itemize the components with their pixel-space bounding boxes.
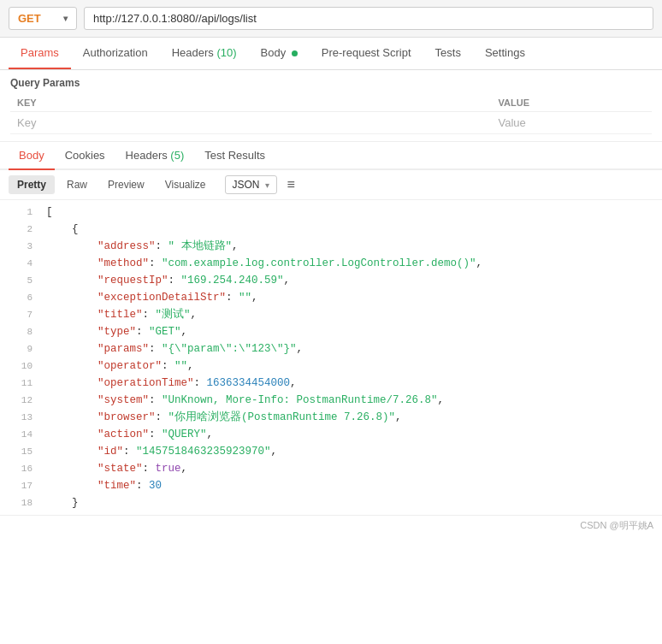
tab-headers[interactable]: Headers (10) <box>160 38 249 69</box>
code-line: 18 } <box>0 494 662 511</box>
body-dot <box>292 50 298 56</box>
url-bar: GET ▾ <box>0 0 662 38</box>
line-number: 1 <box>7 205 33 221</box>
line-content: "params": "{\"param\":\"123\"}", <box>46 340 303 357</box>
key-cell[interactable]: Key <box>10 112 492 134</box>
type-label: JSON <box>233 179 260 191</box>
line-number: 12 <box>7 393 33 409</box>
resp-tab-headers[interactable]: Headers (5) <box>115 142 195 170</box>
line-content: "method": "com.example.log.controller.Lo… <box>46 255 482 272</box>
code-line: 9 "params": "{\"param\":\"123\"}", <box>0 340 662 357</box>
code-line: 7 "title": "测试", <box>0 306 662 323</box>
tab-prerequest[interactable]: Pre-request Script <box>310 38 423 69</box>
code-line: 14 "action": "QUERY", <box>0 426 662 443</box>
line-number: 5 <box>7 274 33 289</box>
format-preview-btn[interactable]: Preview <box>99 175 153 194</box>
format-visualize-btn[interactable]: Visualize <box>157 175 215 194</box>
response-tabs: Body Cookies Headers (5) Test Results <box>0 142 662 170</box>
resp-tab-body[interactable]: Body <box>9 142 55 170</box>
tab-authorization[interactable]: Authorization <box>71 38 160 69</box>
code-line: 5 "requestIp": "169.254.240.59", <box>0 272 662 289</box>
method-label: GET <box>18 12 41 25</box>
key-column-header: KEY <box>10 94 492 112</box>
line-number: 16 <box>7 462 33 477</box>
code-line: 2 { <box>0 221 662 238</box>
line-content: "id": "1457518463235923970", <box>46 443 277 460</box>
tab-params[interactable]: Params <box>9 38 71 69</box>
line-content: "title": "测试", <box>46 306 197 323</box>
code-line: 10 "operator": "", <box>0 357 662 375</box>
resp-headers-badge: (5) <box>170 149 184 162</box>
table-row: Key Value <box>10 112 652 134</box>
line-number: 18 <box>7 496 33 511</box>
code-line: 12 "system": "UnKnown, More-Info: Postma… <box>0 392 662 409</box>
line-content: "system": "UnKnown, More-Info: PostmanRu… <box>46 392 444 409</box>
code-line: 3 "address": " 本地链路", <box>0 238 662 255</box>
format-raw-btn[interactable]: Raw <box>58 175 96 194</box>
line-number: 3 <box>7 239 33 255</box>
line-content: "action": "QUERY", <box>46 426 213 443</box>
line-number: 13 <box>7 411 33 426</box>
line-content: } <box>46 494 79 511</box>
line-content: "operator": "", <box>46 357 194 375</box>
line-number: 15 <box>7 445 33 460</box>
code-line: 17 "time": 30 <box>0 477 662 494</box>
value-cell[interactable]: Value <box>492 112 653 134</box>
value-column-header: VALUE <box>492 94 653 112</box>
headers-badge: (10) <box>216 46 236 59</box>
line-content: "exceptionDetailStr": "", <box>46 289 258 306</box>
line-number: 7 <box>7 308 33 323</box>
line-content: { <box>46 221 79 238</box>
line-content: "state": true, <box>46 460 187 477</box>
format-pretty-btn[interactable]: Pretty <box>9 175 55 194</box>
line-number: 11 <box>7 376 33 392</box>
line-number: 6 <box>7 291 33 306</box>
tab-settings[interactable]: Settings <box>473 38 537 69</box>
line-number: 2 <box>7 222 33 238</box>
line-number: 4 <box>7 257 33 272</box>
code-line: 4 "method": "com.example.log.controller.… <box>0 255 662 272</box>
type-chevron-icon: ▾ <box>265 180 269 190</box>
code-line: 8 "type": "GET", <box>0 323 662 340</box>
code-line: 16 "state": true, <box>0 460 662 477</box>
line-number: 17 <box>7 479 33 494</box>
params-table: KEY VALUE Key Value <box>10 94 652 134</box>
request-tabs: Params Authorization Headers (10) Body P… <box>0 38 662 70</box>
type-dropdown[interactable]: JSON ▾ <box>225 175 277 194</box>
line-content: "requestIp": "169.254.240.59", <box>46 272 290 289</box>
line-content: "time": 30 <box>46 477 162 494</box>
line-content: [ <box>46 204 53 221</box>
line-content: "operationTime": 1636334454000, <box>46 375 297 392</box>
code-line: 13 "browser": "你用啥浏览器(PostmanRuntime 7.2… <box>0 409 662 426</box>
resp-tab-testresults[interactable]: Test Results <box>194 142 275 170</box>
line-number: 14 <box>7 428 33 443</box>
resp-tab-cookies[interactable]: Cookies <box>55 142 115 170</box>
code-line: 11 "operationTime": 1636334454000, <box>0 375 662 392</box>
code-line: 6 "exceptionDetailStr": "", <box>0 289 662 306</box>
line-content: "browser": "你用啥浏览器(PostmanRuntime 7.26.8… <box>46 409 402 426</box>
line-content: "type": "GET", <box>46 323 187 340</box>
url-input[interactable] <box>84 7 653 30</box>
line-content: "address": " 本地链路", <box>46 238 239 255</box>
line-number: 9 <box>7 342 33 357</box>
query-params-section: Query Params KEY VALUE Key Value <box>0 70 662 142</box>
query-params-title: Query Params <box>10 77 652 89</box>
json-code-area: 1[2 {3 "address": " 本地链路",4 "method": "c… <box>0 200 662 515</box>
method-dropdown[interactable]: GET ▾ <box>9 7 77 30</box>
filter-icon[interactable]: ≡ <box>287 177 295 192</box>
tab-tests[interactable]: Tests <box>423 38 473 69</box>
body-toolbar: Pretty Raw Preview Visualize JSON ▾ ≡ <box>0 170 662 200</box>
line-number: 10 <box>7 359 33 375</box>
method-chevron-icon: ▾ <box>63 14 68 23</box>
watermark: CSDN @明平姚A <box>0 515 662 535</box>
code-line: 1[ <box>0 204 662 221</box>
tab-body[interactable]: Body <box>249 38 310 69</box>
line-number: 8 <box>7 325 33 340</box>
code-line: 15 "id": "1457518463235923970", <box>0 443 662 460</box>
